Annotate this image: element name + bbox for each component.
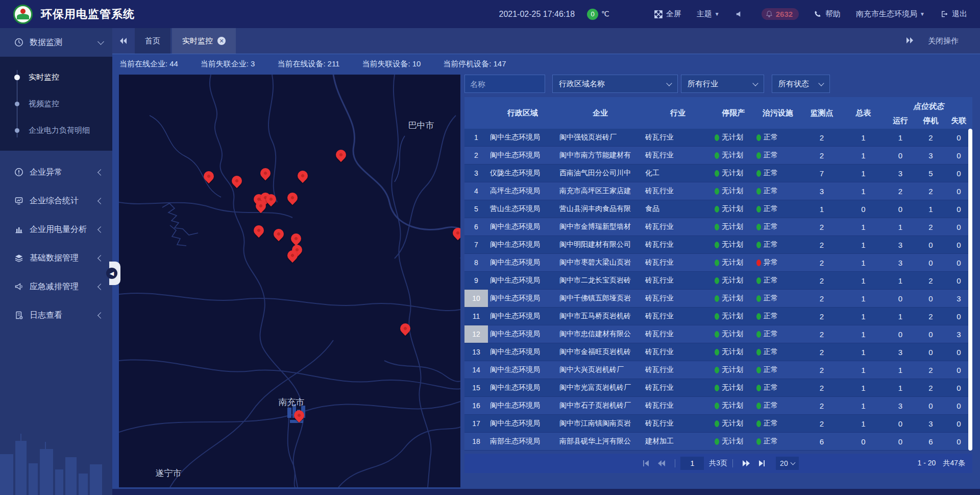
table-scrollbar[interactable]	[968, 129, 972, 451]
sidebar-item-emergency[interactable]: 应急减排管理	[0, 272, 112, 301]
theme-menu[interactable]: 主题▼	[697, 9, 720, 19]
cell-stopped: 3	[916, 147, 945, 164]
column-group-point-status: 点位状态 运行 停机 失联	[885, 97, 972, 129]
exit-icon	[940, 10, 948, 18]
cell-region: 阆中生态环境局	[488, 129, 557, 146]
cell-running: 1	[885, 272, 916, 289]
cell-points: 2	[801, 415, 842, 432]
cell-points: 2	[801, 397, 842, 414]
table-body: 1阆中生态环境局阆中强锐页岩砖厂砖瓦行业无计划正常211202阆中生态环境局阆中…	[464, 129, 972, 451]
speaker-icon	[735, 10, 743, 18]
chevron-down-icon: ▼	[715, 11, 720, 17]
sidebar: 数据监测 实时监控 视频监控 企业电力负荷明细 企业	[0, 28, 112, 495]
table-row[interactable]: 8阆中生态环境局阆中市枣碧大梁山页岩砖瓦行业无计划异常21300	[464, 254, 972, 272]
status-dot-green	[715, 331, 719, 338]
cell-production-status: 无计划	[713, 147, 754, 164]
first-page-button[interactable]	[642, 459, 650, 467]
cell-company: 阆中市五马桥页岩机砖	[557, 308, 643, 325]
status-dot-green	[715, 277, 719, 284]
sidebar-item-base-data[interactable]: 基础数据管理	[0, 244, 112, 272]
cell-production-status: 无计划	[713, 308, 754, 325]
cell-stopped: 2	[916, 182, 945, 200]
tab-realtime-monitor[interactable]: 实时监控 ✕	[172, 28, 236, 54]
status-select[interactable]: 所有状态	[772, 75, 830, 93]
name-search-input[interactable]	[464, 75, 545, 93]
cell-index: 8	[464, 254, 488, 271]
org-menu[interactable]: 南充市生态环境局▼	[856, 9, 925, 19]
map-panel[interactable]: 巴中市南充市遂宁市	[119, 75, 460, 487]
sidebar-item-company-statistics[interactable]: 企业综合统计	[0, 186, 112, 215]
chevron-left-icon	[97, 226, 104, 233]
cell-stopped: 2	[916, 308, 945, 325]
cell-meters: 1	[842, 218, 885, 235]
cell-production-status: 无计划	[713, 361, 754, 379]
cell-region: 阆中生态环境局	[488, 397, 557, 414]
cell-index: 15	[464, 379, 488, 396]
table-row[interactable]: 14阆中生态环境局阆中大兴页岩机砖厂砖瓦行业无计划正常21120	[464, 361, 972, 379]
sidebar-item-video-monitor[interactable]: 视频监控	[0, 90, 112, 117]
mute-button[interactable]	[735, 10, 746, 18]
tabs-scroll-left-button[interactable]	[112, 28, 135, 54]
cell-stopped: 2	[916, 218, 945, 235]
table-row[interactable]: 11阆中生态环境局阆中市五马桥页岩机砖砖瓦行业无计划正常21120	[464, 308, 972, 325]
page-number-input[interactable]	[680, 457, 704, 470]
sidebar-item-logs[interactable]: 日志查看	[0, 301, 112, 329]
sidebar-item-power-analysis[interactable]: 企业用电量分析	[0, 215, 112, 244]
table-row[interactable]: 1阆中生态环境局阆中强锐页岩砖厂砖瓦行业无计划正常21120	[464, 129, 972, 147]
status-dot-green	[715, 438, 719, 445]
next-page-button[interactable]	[742, 459, 751, 467]
sidebar-item-realtime-monitor[interactable]: 实时监控	[0, 64, 112, 90]
cell-index: 7	[464, 236, 488, 253]
table-row[interactable]: 13阆中生态环境局阆中市金福旺页岩机砖砖瓦行业无计划正常21300	[464, 343, 972, 361]
industry-select[interactable]: 所有行业	[681, 75, 764, 93]
page-size-select[interactable]: 20	[776, 457, 799, 470]
table-row[interactable]: 10阆中生态环境局阆中千佛镇五郎垭页岩砖瓦行业无计划正常21003	[464, 290, 972, 308]
column-header-stopped: 停机	[916, 112, 945, 129]
table-row[interactable]: 4高坪生态环境局南充市高坪区王家店建砖瓦行业无计划正常31220	[464, 182, 972, 200]
cell-meters: 1	[842, 254, 885, 271]
tab-close-icon[interactable]: ✕	[217, 37, 226, 45]
status-dot-green	[756, 385, 761, 391]
help-button[interactable]: 帮助	[814, 9, 841, 19]
tab-home[interactable]: 首页	[135, 28, 170, 54]
table-row[interactable]: 18南部生态环境局南部县砚华上河有限公建材加工无计划正常60060	[464, 433, 972, 451]
table-row[interactable]: 5营山生态环境局营山县润丰肉食品有限食品无计划正常10010	[464, 200, 972, 218]
cell-industry: 砖瓦行业	[643, 361, 713, 379]
fullscreen-button[interactable]: 全屏	[654, 9, 681, 19]
table-row[interactable]: 15阆中生态环境局阆中市光富页岩机砖厂砖瓦行业无计划正常21120	[464, 379, 972, 397]
table-row[interactable]: 6阆中生态环境局阆中市金博瑞新型墙材砖瓦行业无计划正常21120	[464, 218, 972, 236]
sidebar-item-company-abnormal[interactable]: 企业异常	[0, 158, 112, 186]
map-roads	[119, 75, 460, 487]
table-row[interactable]: 16阆中生态环境局阆中市石子页岩机砖厂砖瓦行业无计划正常21300	[464, 397, 972, 415]
tabs-scroll-right-button[interactable]	[905, 37, 914, 45]
app-logo-icon	[13, 5, 33, 24]
cell-production-status: 无计划	[713, 200, 754, 218]
prev-page-button[interactable]	[657, 459, 666, 467]
status-dot-green	[715, 224, 719, 230]
cell-stopped: 2	[916, 361, 945, 379]
table-row[interactable]: 9阆中生态环境局阆中市二龙长宝页岩砖砖瓦行业无计划正常21120	[464, 272, 972, 290]
sidebar-item-power-load-detail[interactable]: 企业电力负荷明细	[0, 117, 112, 144]
bullet-icon	[15, 128, 19, 133]
cell-company: 阆中强锐页岩砖厂	[557, 129, 643, 146]
last-page-button[interactable]	[758, 459, 766, 467]
logout-button[interactable]: 退出	[940, 9, 967, 19]
region-select[interactable]: 行政区域名称	[552, 75, 678, 93]
notification-badge[interactable]: 2632	[762, 8, 799, 20]
close-operations-menu[interactable]: 关闭操作	[928, 36, 959, 46]
table-row[interactable]: 3仪陇生态环境局西南油气田分公司川中化工无计划正常71350	[464, 164, 972, 182]
table-row[interactable]: 17阆中生态环境局阆中市江南镇阆南页岩砖瓦行业无计划正常21030	[464, 415, 972, 433]
cell-region: 阆中生态环境局	[488, 254, 557, 271]
table-row[interactable]: 12阆中生态环境局阆中市忠信建材有限公砖瓦行业无计划正常21003	[464, 325, 972, 343]
status-dot-green	[756, 170, 761, 177]
sidebar-collapse-toggle[interactable]: ◀	[109, 262, 120, 285]
cell-meters: 1	[842, 272, 885, 289]
cell-meters: 1	[842, 397, 885, 414]
sidebar-item-data-monitoring[interactable]: 数据监测	[0, 28, 112, 57]
cell-region: 阆中生态环境局	[488, 415, 557, 432]
chevron-down-icon: ▼	[920, 11, 925, 17]
table-row[interactable]: 7阆中生态环境局阆中明阳建材有限公司砖瓦行业无计划正常21300	[464, 236, 972, 254]
table-row[interactable]: 2阆中生态环境局阆中市南方节能建材有砖瓦行业无计划正常21030	[464, 147, 972, 164]
cell-company: 阆中市金福旺页岩机砖	[557, 343, 643, 361]
bottom-strip	[112, 489, 980, 495]
